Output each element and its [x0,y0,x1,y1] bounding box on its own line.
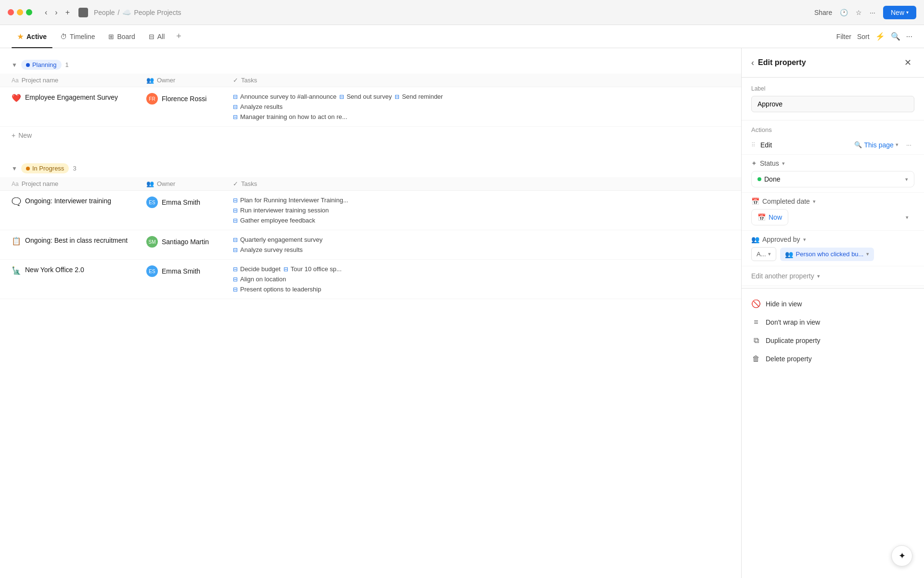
tab-active[interactable]: ★ Active [12,29,52,44]
inprogress-toggle[interactable]: ▼ [12,165,17,172]
edit-action-row[interactable]: ⠿ Edit 🔍 This page ▾ ··· [742,135,924,155]
tab-timeline[interactable]: ⏱ Timeline [54,29,101,44]
add-new-planning[interactable]: + New [0,127,741,144]
breadcrumb-projects[interactable]: People Projects [134,9,181,16]
history-icon[interactable]: 🕐 [840,9,848,16]
task-icon: ⊟ [233,286,238,293]
owner-name: Florence Rossi [162,95,206,103]
maximize-traffic-light[interactable] [26,9,32,15]
filter-button[interactable]: Filter [836,33,851,40]
task-name: Gather employee feedback [240,217,315,224]
task-item: ⊟ Tour 10 office sp... [283,265,342,273]
approved-by-label-row[interactable]: 👥 Approved by ▾ [751,236,914,243]
dont-wrap-row[interactable]: ≡ Don't wrap in view [742,313,924,331]
task-item: ⊟ Announce survey to #all-announce [233,93,336,100]
task-item: ⊟ Analyze results [233,103,730,110]
duplicate-row[interactable]: ⧉ Duplicate property [742,331,924,350]
tasks-cell: ⊟ Decide budget ⊟ Tour 10 office sp... ⊟… [233,265,730,293]
star-icon[interactable]: ☆ [856,9,862,16]
options-icon[interactable]: ··· [906,32,912,41]
project-name-cell: ❤️ Employee Engagement Survey [12,93,146,104]
task-item: ⊟ Analyze survey results [233,246,730,253]
bottom-actions: 🚫 Hide in view ≡ Don't wrap in view ⧉ Du… [742,290,924,372]
task-item: ⊟ Present options to leadership [233,286,730,293]
action-more-button[interactable]: ··· [903,140,914,149]
task-icon: ⊟ [233,276,238,283]
delete-row[interactable]: 🗑 Delete property [742,350,924,368]
inprogress-table-header: Aa Project name 👥 Owner ✓ Tasks [0,177,741,191]
owner-cell: ES Emma Smith [146,197,233,208]
table-row[interactable]: 📋 Ongoing: Best in class recruitment SM … [0,230,741,260]
approved-by-property: 👥 Approved by ▾ A... ▾ 👥 Person who clic… [742,231,924,266]
approved-icon: 👥 [751,236,759,243]
task-name: Analyze results [240,103,282,110]
planning-label: Planning [32,61,57,68]
close-traffic-light[interactable] [8,9,14,15]
main-layout: ▼ Planning 1 Aa Project name 👥 Owner [0,48,924,578]
lightning-icon[interactable]: ⚡ [875,32,885,41]
person-chip[interactable]: 👥 Person who clicked bu... ▾ [780,248,874,261]
panel-label-section: Label [742,78,924,120]
approved-prefix: A... [757,250,766,258]
tab-board[interactable]: ⊞ Board [103,29,141,44]
task-item: ⊟ Run interviewer training session [233,207,730,214]
tab-all[interactable]: ⊟ All [143,29,171,44]
forward-button[interactable]: › [52,7,60,18]
status-value: Done [764,175,780,183]
project-emoji: 🗽 [12,265,21,276]
person-icon: 👥 [785,250,793,258]
status-property: ✦ Status ▾ Done ▾ [742,155,924,193]
approved-selects: A... ▾ 👥 Person who clicked bu... ▾ [751,247,914,261]
duplicate-icon: ⧉ [751,336,761,345]
status-icon: ✦ [751,159,757,167]
table-row[interactable]: ❤️ Employee Engagement Survey FR Florenc… [0,87,741,127]
hide-in-view-row[interactable]: 🚫 Hide in view [742,294,924,313]
planning-dot [26,63,30,67]
dont-wrap-label: Don't wrap in view [766,318,820,326]
more-icon[interactable]: ··· [870,9,875,16]
task-icon: ⊟ [339,93,344,100]
status-done-badge: Done [757,175,780,183]
task-icon: ⊟ [233,217,238,224]
add-tab-button[interactable]: + [172,29,185,43]
label-input[interactable] [751,96,914,112]
this-page-link[interactable]: 🔍 This page ▾ [854,141,898,149]
col-tasks: ✓ Tasks [233,180,730,187]
nav-buttons: ‹ › + [42,7,73,18]
status-select[interactable]: Done ▾ [751,171,914,187]
breadcrumb-people[interactable]: People [94,9,115,16]
people-icon [78,8,88,17]
titlebar: ‹ › + People / ☁️ People Projects Share … [0,0,924,25]
tasks-cell: ⊟ Announce survey to #all-announce ⊟ Sen… [233,93,730,120]
wrap-icon: ≡ [751,318,761,327]
search-icon[interactable]: 🔍 [891,32,900,41]
panel-back-button[interactable]: ‹ [751,58,754,68]
chevron-down-icon: ▾ [866,251,869,257]
minimize-traffic-light[interactable] [17,9,23,15]
chevron-down-icon: ▾ [896,142,898,148]
chevron-down-icon: ▾ [817,273,820,279]
edit-another-property[interactable]: Edit another property ▾ [742,266,924,286]
add-tab-button[interactable]: + [63,7,73,18]
new-button[interactable]: New ▾ [883,6,916,19]
project-name-cell: 🗨️ Ongoing: Interviewer training [12,197,146,207]
planning-section: ▼ Planning 1 Aa Project name 👥 Owner [0,48,741,152]
chevron-down-icon: ▾ [906,214,909,221]
inprogress-badge: In Progress [21,163,69,173]
sort-button[interactable]: Sort [857,33,870,40]
status-label-row[interactable]: ✦ Status ▾ [751,159,914,167]
approved-prefix-select[interactable]: A... ▾ [751,247,776,261]
planning-toggle[interactable]: ▼ [12,62,17,68]
all-icon: ⊟ [149,33,154,40]
avatar: ES [146,265,158,277]
panel-close-button[interactable]: ✕ [901,56,914,69]
completed-date-label-row[interactable]: 📅 Completed date ▾ [751,197,914,205]
trash-icon: 🗑 [751,355,761,363]
table-row[interactable]: 🗽 New York Office 2.0 ES Emma Smith ⊟ De… [0,260,741,299]
back-button[interactable]: ‹ [42,7,50,18]
table-row[interactable]: 🗨️ Ongoing: Interviewer training ES Emma… [0,191,741,230]
fab-button[interactable]: ✦ [891,545,912,566]
date-select[interactable]: 📅 Now [751,209,788,225]
tasks-icon: ✓ [233,77,238,84]
share-button[interactable]: Share [814,9,832,16]
